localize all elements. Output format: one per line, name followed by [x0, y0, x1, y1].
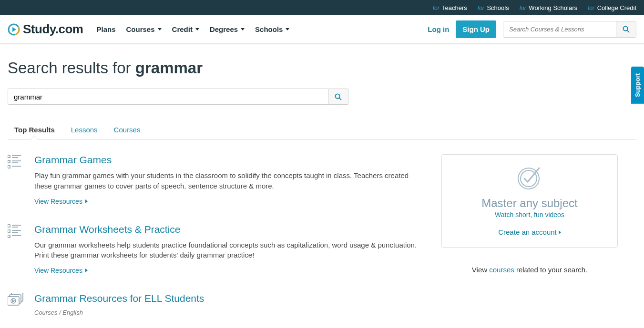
caret-right-icon — [559, 230, 561, 234]
result-title[interactable]: Grammar Worksheets & Practice — [34, 224, 422, 235]
nav-schools[interactable]: Schools — [255, 25, 289, 33]
body-columns: Grammar Games Play fun grammar games wit… — [8, 154, 636, 328]
sidebar: Master any subject Watch short, fun vide… — [441, 154, 618, 328]
result-body: Grammar Resources for ELL Students Cours… — [34, 293, 204, 316]
chevron-down-icon — [195, 28, 199, 30]
logo-icon — [8, 23, 20, 36]
checkmark-circle-icon — [516, 165, 543, 190]
chevron-down-icon — [286, 28, 289, 30]
top-utility-bar: for Teachers for Schools for Working Sch… — [0, 0, 644, 15]
results-tabs: Top Results Lessons Courses — [8, 126, 636, 140]
header-search-input[interactable] — [503, 21, 616, 37]
svg-rect-24 — [8, 297, 19, 305]
result-description: Play fun grammar games with your student… — [34, 170, 422, 191]
svg-rect-20 — [8, 235, 10, 238]
list-icon — [8, 154, 24, 206]
result-item: Grammar Games Play fun grammar games wit… — [8, 154, 422, 206]
logo-text: Study.com — [23, 22, 83, 37]
search-icon — [623, 26, 630, 33]
topbar-teachers[interactable]: for Teachers — [433, 4, 467, 11]
promo-subtitle: Watch short, fun videos — [452, 211, 607, 219]
svg-line-3 — [627, 30, 629, 32]
nav-plans[interactable]: Plans — [96, 25, 115, 33]
chevron-down-icon — [241, 28, 245, 30]
nav-credit[interactable]: Credit — [172, 25, 199, 33]
video-stack-icon — [8, 293, 24, 316]
result-description: Our grammar worksheets help students pra… — [34, 240, 422, 261]
chevron-down-icon — [158, 28, 162, 30]
logo[interactable]: Study.com — [8, 22, 83, 37]
login-link[interactable]: Log in — [428, 25, 449, 33]
nav-links: Plans Courses Credit Degrees Schools — [96, 25, 289, 33]
result-item: Grammar Worksheets & Practice Our gramma… — [8, 224, 422, 275]
main-search — [8, 89, 348, 105]
caret-right-icon — [85, 268, 88, 272]
svg-rect-17 — [8, 230, 10, 232]
related-courses-link[interactable]: courses — [489, 266, 514, 274]
search-icon — [335, 93, 342, 100]
page-title: Search results for grammar — [8, 59, 636, 77]
view-resources-link[interactable]: View Resources — [34, 198, 88, 205]
view-resources-link[interactable]: View Resources — [34, 267, 88, 274]
main-search-input[interactable] — [8, 89, 328, 105]
svg-point-4 — [335, 94, 339, 98]
svg-rect-12 — [8, 166, 10, 168]
result-item: Grammar Resources for ELL Students Cours… — [8, 293, 422, 316]
caret-right-icon — [85, 199, 88, 203]
tab-courses[interactable]: Courses — [114, 126, 141, 139]
main-nav: Study.com Plans Courses Credit Degrees S… — [0, 15, 644, 44]
promo-heading: Master any subject — [452, 197, 607, 210]
nav-courses[interactable]: Courses — [126, 25, 162, 33]
svg-rect-6 — [8, 155, 10, 158]
result-title[interactable]: Grammar Games — [34, 154, 422, 166]
header-search-button[interactable] — [616, 21, 636, 37]
topbar-working-scholars[interactable]: for Working Scholars — [520, 4, 577, 11]
main-search-button[interactable] — [328, 89, 348, 105]
tab-top-results[interactable]: Top Results — [14, 126, 55, 139]
header-search — [503, 21, 636, 38]
nav-right: Log in Sign Up — [428, 20, 636, 38]
promo-card: Master any subject Watch short, fun vide… — [441, 154, 618, 248]
signup-button[interactable]: Sign Up — [456, 20, 496, 38]
result-body: Grammar Games Play fun grammar games wit… — [34, 154, 422, 206]
svg-rect-14 — [8, 225, 10, 227]
support-tab[interactable]: Support — [631, 67, 644, 104]
content: Search results for grammar Top Results L… — [0, 44, 644, 328]
list-icon — [8, 224, 24, 275]
result-breadcrumb: Courses / English — [34, 309, 204, 316]
results-column: Grammar Games Play fun grammar games wit… — [8, 154, 422, 328]
svg-line-5 — [339, 98, 341, 99]
nav-degrees[interactable]: Degrees — [210, 25, 245, 33]
svg-point-2 — [623, 26, 627, 30]
tab-lessons[interactable]: Lessons — [71, 126, 98, 139]
topbar-schools[interactable]: for Schools — [478, 4, 509, 11]
result-body: Grammar Worksheets & Practice Our gramma… — [34, 224, 422, 275]
related-text: View courses related to your search. — [441, 266, 618, 274]
svg-rect-9 — [8, 160, 10, 163]
create-account-link[interactable]: Create an account — [498, 228, 561, 236]
topbar-college-credit[interactable]: for College Credit — [588, 4, 636, 11]
result-title[interactable]: Grammar Resources for ELL Students — [34, 293, 204, 304]
